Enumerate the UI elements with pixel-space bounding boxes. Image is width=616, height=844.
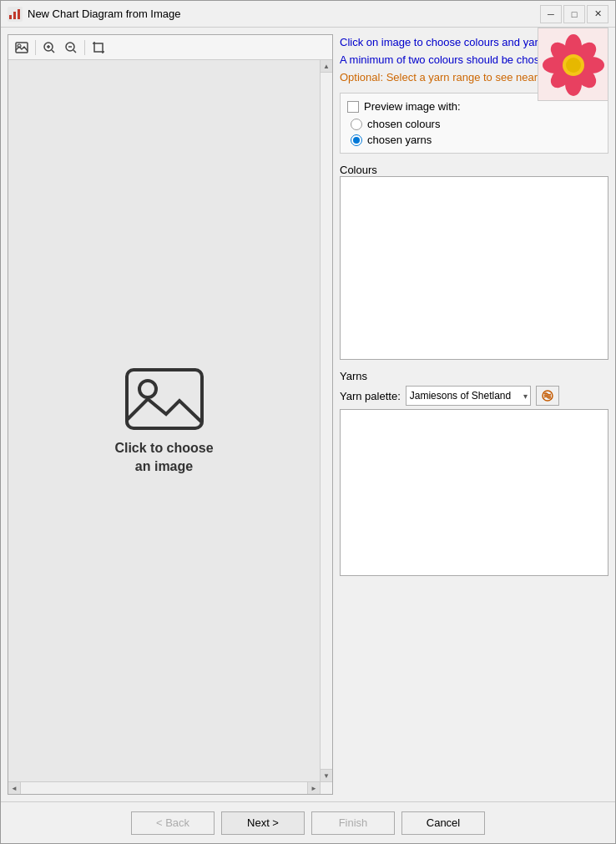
- zoom-in-icon: [43, 41, 56, 54]
- yarn-palette-row: Yarn palette: Jamiesons of Shetland Rowa…: [340, 386, 608, 406]
- scroll-up-arrow[interactable]: ▲: [321, 60, 332, 73]
- svg-line-20: [52, 50, 54, 53]
- horizontal-scrollbar[interactable]: ◄ ►: [8, 781, 320, 794]
- toolbar-divider-2: [84, 40, 85, 55]
- colours-box[interactable]: [340, 176, 608, 360]
- crop-button[interactable]: [88, 38, 109, 57]
- radio-group: chosen colours chosen yarns: [347, 118, 601, 146]
- radio-yarns-label: chosen yarns: [367, 134, 432, 146]
- next-button[interactable]: Next >: [221, 811, 305, 835]
- cancel-button[interactable]: Cancel: [401, 811, 485, 835]
- image-tool-button[interactable]: [12, 38, 32, 57]
- image-placeholder: Click to choose an image: [114, 366, 213, 477]
- svg-point-25: [139, 381, 156, 397]
- yarn-palette-label: Yarn palette:: [340, 390, 401, 402]
- colours-label: Colours: [340, 164, 608, 176]
- toolbar: [8, 35, 332, 60]
- preview-label: Preview image with:: [364, 100, 461, 113]
- zoom-out-button[interactable]: [61, 38, 81, 57]
- maximize-button[interactable]: □: [563, 5, 585, 23]
- yarn-settings-icon: [541, 389, 554, 402]
- content-area: Click to choose an image ▲ ▼ ◄ ►: [1, 28, 615, 801]
- radio-chosen-colours[interactable]: chosen colours: [351, 118, 601, 130]
- thumbnail: [538, 28, 608, 101]
- radio-yarns-indicator[interactable]: [351, 134, 362, 146]
- minimize-button[interactable]: ─: [540, 5, 562, 23]
- scroll-down-arrow[interactable]: ▼: [321, 769, 332, 781]
- scroll-right-arrow[interactable]: ►: [307, 782, 320, 794]
- left-panel: Click to choose an image ▲ ▼ ◄ ►: [8, 34, 333, 795]
- svg-rect-2: [13, 12, 16, 19]
- scroll-track-h: [21, 782, 307, 794]
- placeholder-text: Click to choose an image: [114, 439, 213, 477]
- zoom-out-icon: [64, 41, 78, 54]
- placeholder-image-icon: [123, 366, 206, 432]
- yarn-palette-select[interactable]: Jamiesons of Shetland Rowan Cascade Pato…: [406, 386, 531, 406]
- zoom-in-button[interactable]: [39, 38, 59, 57]
- radio-colours-label: chosen colours: [367, 118, 440, 130]
- preview-box: Preview image with: chosen colours chose…: [340, 93, 608, 154]
- close-button[interactable]: ✕: [587, 5, 608, 23]
- yarns-box[interactable]: [340, 409, 608, 576]
- scroll-corner: [320, 781, 332, 794]
- preview-checkbox[interactable]: [347, 101, 359, 113]
- yarn-palette-select-wrapper: Jamiesons of Shetland Rowan Cascade Pato…: [406, 386, 531, 406]
- bottom-bar: < Back Next > Finish Cancel: [1, 801, 615, 843]
- thumbnail-image: [538, 28, 608, 101]
- scroll-track-v: [321, 73, 332, 769]
- toolbar-divider: [35, 40, 36, 55]
- radio-chosen-yarns[interactable]: chosen yarns: [351, 134, 601, 146]
- svg-line-23: [73, 50, 76, 53]
- window-title: New Chart Diagram from Image: [28, 8, 540, 20]
- app-icon: [8, 7, 23, 22]
- radio-colours-indicator[interactable]: [351, 119, 362, 130]
- colours-section: Colours: [340, 160, 608, 360]
- yarns-section: Yarns Yarn palette: Jamiesons of Shetlan…: [340, 366, 608, 576]
- svg-rect-3: [18, 9, 20, 19]
- yarns-label: Yarns: [340, 370, 608, 382]
- image-icon: [15, 42, 28, 53]
- svg-rect-1: [9, 15, 12, 19]
- title-bar-controls: ─ □ ✕: [540, 5, 608, 23]
- yarn-action-button[interactable]: [536, 386, 559, 406]
- preview-header: Preview image with:: [347, 100, 601, 113]
- finish-button[interactable]: Finish: [311, 811, 395, 835]
- svg-rect-24: [127, 370, 202, 428]
- back-button[interactable]: < Back: [131, 811, 215, 835]
- right-panel: Click on image to choose colours and yar…: [340, 34, 608, 795]
- vertical-scrollbar[interactable]: ▲ ▼: [320, 60, 332, 781]
- title-bar: New Chart Diagram from Image ─ □ ✕: [1, 1, 615, 28]
- crop-icon: [92, 41, 105, 54]
- svg-point-14: [566, 58, 581, 73]
- scroll-left-arrow[interactable]: ◄: [8, 782, 21, 794]
- window: New Chart Diagram from Image ─ □ ✕: [0, 0, 616, 844]
- image-scroll-area: Click to choose an image ▲ ▼ ◄ ►: [8, 60, 332, 794]
- image-click-area[interactable]: Click to choose an image: [8, 60, 320, 781]
